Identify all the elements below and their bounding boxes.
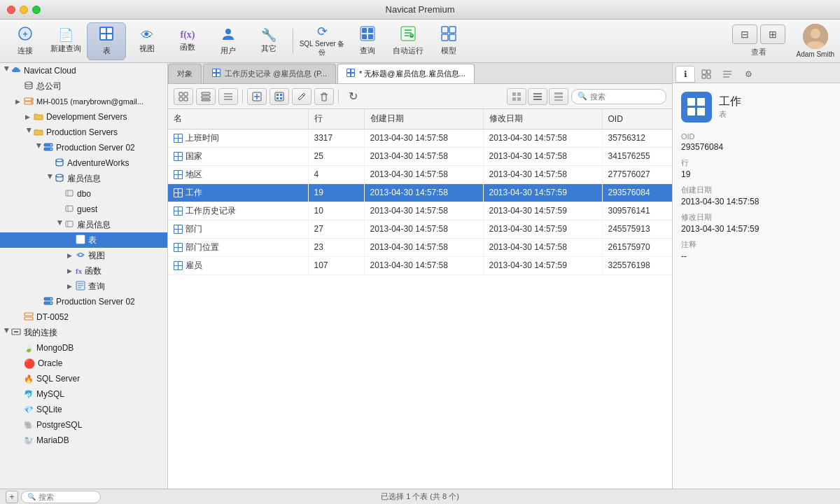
sidebar-item-adventure-works[interactable]: AdventureWorks [0, 155, 167, 171]
statusbar-add-btn[interactable]: + [6, 491, 18, 503]
user-profile[interactable]: Adam Smith [797, 24, 834, 58]
sidebar-item-postgresql[interactable]: 🐘 PostgreSQL [0, 417, 167, 433]
sidebar-item-prod-server-02[interactable]: ▶ Production Server 02 [0, 140, 167, 155]
svg-rect-39 [76, 235, 80, 239]
view-list-btn[interactable] [528, 88, 547, 105]
rp-tab-info[interactable]: ℹ [676, 66, 695, 83]
svg-rect-94 [554, 99, 563, 101]
sidebar-item-hr-info[interactable]: ▶ 雇员信息 [0, 171, 167, 186]
sidebar-item-functions[interactable]: ▶ fx 函数 [0, 263, 167, 279]
sidebar-item-my-connections[interactable]: ▶ 我的连接 [0, 325, 167, 340]
toolbar-autorun-btn[interactable]: 自动运行 [388, 22, 428, 60]
minimize-button[interactable] [20, 6, 28, 14]
cell-created: 2013-04-30 14:57:58 [364, 202, 483, 220]
main-area: ▶ Navicat Cloud 总公司 ▶ MH-0015 (marybrown… [0, 63, 840, 489]
sidebar-item-prod-servers[interactable]: ▶ Production Servers [0, 125, 167, 140]
search-box[interactable]: 🔍 [571, 89, 666, 104]
toolbar-connect-btn[interactable]: + 连接 [6, 22, 45, 60]
cell-rows: 107 [308, 256, 364, 274]
svg-rect-98 [174, 139, 178, 142]
statusbar-search[interactable]: 🔍 [21, 491, 101, 503]
table-row[interactable]: 部门位置 23 2013-04-30 14:57:58 2013-04-30 1… [168, 238, 672, 256]
sub-list-view-btn[interactable] [196, 88, 216, 105]
table-row[interactable]: 国家 25 2013-04-30 14:57:58 2013-04-30 14:… [168, 147, 672, 165]
view-split-btn[interactable]: ⊟ [732, 24, 757, 44]
sub-open-btn[interactable] [270, 88, 289, 105]
table-row[interactable]: 部门 27 2013-04-30 14:57:58 2013-04-30 14:… [168, 220, 672, 238]
traffic-lights[interactable] [7, 6, 41, 14]
dt0052-label: DT-0052 [36, 312, 69, 322]
toolbar-user-btn[interactable]: 用户 [209, 22, 248, 60]
toolbar-function-btn[interactable]: f(x) 函数 [168, 22, 207, 60]
sidebar-item-dt0052[interactable]: DT-0052 [0, 309, 167, 325]
toolbar-other-btn[interactable]: 🔧 其它 [249, 22, 288, 60]
sub-detail-view-btn[interactable] [218, 88, 238, 105]
table-row[interactable]: 雇员 107 2013-04-30 14:57:58 2013-04-30 14… [168, 256, 672, 274]
close-button[interactable] [7, 6, 15, 14]
table-row[interactable]: 地区 4 2013-04-30 14:57:58 2013-04-30 14:5… [168, 165, 672, 183]
sidebar-item-views[interactable]: ▶ 视图 [0, 248, 167, 263]
sub-design-btn[interactable] [292, 88, 312, 105]
search-input[interactable] [590, 92, 660, 101]
view-single-btn[interactable]: ⊞ [760, 24, 785, 44]
sidebar-item-oracle[interactable]: 🔴 Oracle [0, 356, 167, 371]
sidebar-item-dbo[interactable]: dbo [0, 186, 167, 202]
svg-rect-99 [178, 139, 182, 142]
col-header-created[interactable]: 创建日期 [364, 109, 483, 129]
svg-rect-71 [202, 96, 210, 98]
tab-objects[interactable]: 对象 [168, 64, 202, 83]
refresh-btn[interactable]: ↻ [343, 88, 363, 105]
user-icon [220, 26, 236, 43]
sidebar-item-prod-server-02b[interactable]: Production Server 02 [0, 294, 167, 309]
sub-grid-view-btn[interactable] [174, 88, 193, 105]
table-row[interactable]: 上班时间 3317 2013-04-30 14:57:58 2013-04-30… [168, 129, 672, 147]
sidebar-item-navicat-cloud[interactable]: ▶ Navicat Cloud [0, 63, 167, 78]
search-icon: 🔍 [578, 92, 587, 101]
toolbar-right: ⊟ ⊞ 查看 Adam Smith [732, 24, 834, 58]
rp-tab-preview[interactable] [718, 66, 737, 83]
rp-tab-settings[interactable]: ⚙ [738, 66, 758, 83]
rp-tab-ddl[interactable] [696, 66, 716, 83]
toolbar-new-query-btn[interactable]: 📄 新建查询 [46, 22, 85, 60]
sidebar-item-mysql[interactable]: 🐬 MySQL [0, 386, 167, 402]
statusbar-search-input[interactable] [38, 493, 94, 501]
arrow-icon: ▶ [67, 283, 76, 290]
col-header-oid[interactable]: OID [602, 109, 672, 129]
sub-new-btn[interactable] [247, 88, 267, 105]
view-grid-btn[interactable] [507, 88, 526, 105]
sidebar-item-mh0015[interactable]: ▶ MH-0015 (marybrown@gmail... [0, 94, 167, 109]
col-header-rows[interactable]: 行 [308, 109, 364, 129]
toolbar-table-btn[interactable]: 表 [87, 22, 126, 60]
sidebar-item-sqlite[interactable]: 💎 SQLite [0, 402, 167, 417]
sidebar-item-mariadb[interactable]: 🦭 MariaDB [0, 433, 167, 448]
col-header-modified[interactable]: 修改日期 [483, 109, 602, 129]
table-row[interactable]: 工作历史记录 10 2013-04-30 14:57:58 2013-04-30… [168, 202, 672, 220]
cell-oid: 309576141 [602, 202, 672, 220]
sidebar-item-queries[interactable]: ▶ 查询 [0, 279, 167, 294]
view-detail-btn[interactable] [549, 88, 568, 105]
sidebar-item-guest[interactable]: guest [0, 202, 167, 217]
sub-toolbar: ↻ 🔍 [168, 84, 672, 109]
folder-icon [34, 111, 43, 123]
toolbar-sqlbackup-btn[interactable]: ⟳ SQL Server 备份 [298, 22, 346, 60]
tab-untitled[interactable]: * 无标题@雇员信息.雇员信息... [337, 64, 475, 83]
table-row[interactable]: 工作 19 2013-04-30 14:57:58 2013-04-30 14:… [168, 183, 672, 202]
sidebar-item-hr-info2[interactable]: ▶ 雇员信息 [0, 217, 167, 232]
arrow-icon: ▶ [4, 66, 10, 75]
maximize-button[interactable] [32, 6, 41, 14]
sidebar-item-general-company[interactable]: 总公司 [0, 78, 167, 94]
toolbar-view-btn[interactable]: 👁 视图 [127, 22, 167, 60]
cell-modified: 2013-04-30 14:57:59 [483, 220, 602, 238]
toolbar-model-btn[interactable]: 模型 [429, 22, 468, 60]
col-header-name[interactable]: 名 [168, 109, 308, 129]
guest-label: guest [77, 204, 97, 214]
folder-open-icon [34, 127, 43, 139]
sidebar-item-dev-servers[interactable]: ▶ Development Servers [0, 109, 167, 125]
sidebar-item-sqlserver[interactable]: 🔥 SQL Server [0, 371, 167, 386]
sub-delete-btn[interactable] [314, 88, 334, 105]
toolbar-query-btn[interactable]: 查询 [348, 22, 387, 60]
sidebar-item-tables[interactable]: 表 [0, 232, 167, 248]
sidebar-item-mongodb[interactable]: 🍃 MongoDB [0, 340, 167, 356]
tab-work-history[interactable]: 工作历史记录 @雇员信息 (P... [203, 64, 336, 83]
svg-rect-85 [512, 92, 516, 96]
